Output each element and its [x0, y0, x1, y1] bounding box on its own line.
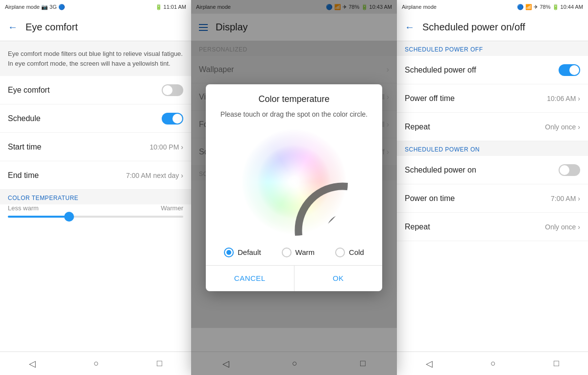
schedule-toggle-row[interactable]: Schedule — [0, 104, 191, 133]
power-off-repeat-row[interactable]: Repeat Only once › — [397, 113, 588, 141]
status-bar-right: Airplane mode 🔵 📶 ✈ 78% 🔋 10:44 AM — [397, 0, 588, 14]
home-nav-icon[interactable]: ○ — [94, 358, 99, 369]
start-time-row[interactable]: Start time 10:00 PM › — [0, 133, 191, 161]
wifi-icon-right: 🔵 — [517, 4, 524, 10]
back-nav-icon-right[interactable]: ◁ — [426, 358, 433, 369]
signal-icon-right: 📶 — [525, 4, 532, 10]
radio-options-group: Default Warm Cold — [206, 244, 382, 265]
scheduled-power-on-toggle[interactable] — [559, 164, 580, 176]
power-on-time-row[interactable]: Power on time 7:00 AM › — [397, 184, 588, 213]
description-text: Eye comfort mode filters out blue light … — [8, 50, 183, 67]
power-on-time-value: 7:00 AM › — [551, 195, 580, 202]
chevron-right-icon: › — [578, 123, 580, 131]
scheduled-power-off-label: Scheduled power off — [405, 66, 476, 75]
slider-track[interactable] — [8, 216, 183, 218]
nav-bar-right: ◁ ○ □ — [397, 351, 588, 375]
power-on-repeat-value: Only once › — [545, 223, 580, 231]
status-left-right: Airplane mode — [402, 4, 437, 10]
power-off-repeat-label: Repeat — [405, 123, 430, 131]
power-off-time-label: Power off time — [405, 94, 455, 103]
cancel-button[interactable]: CANCEL — [206, 266, 294, 291]
eye-comfort-label: Eye comfort — [8, 86, 49, 95]
airplane-icon-right: ✈ — [534, 4, 538, 10]
left-panel: Airplane mode 📷 3G 🔵 🔋 11:01 AM ← Eye co… — [0, 0, 191, 375]
status-bar-left: Airplane mode 📷 3G 🔵 🔋 11:01 AM — [0, 0, 191, 14]
dialog-backdrop: Color temperature Please touch or drag t… — [191, 0, 397, 375]
power-off-time-row[interactable]: Power off time 10:06 AM › — [397, 84, 588, 113]
power-off-time-value: 10:06 AM › — [547, 95, 580, 102]
color-wheel[interactable] — [240, 128, 348, 236]
slider-label-right: Warmer — [161, 204, 183, 212]
start-time-value: 10:00 PM › — [149, 143, 183, 151]
radio-warm-label: Warm — [295, 248, 315, 256]
slider-label-left: Less warm — [8, 204, 39, 212]
middle-panel: Airplane mode 🔵 📶 ✈ 78% 🔋 10:43 AM Displ… — [191, 0, 397, 375]
scheduled-power-off-toggle-row[interactable]: Scheduled power off — [397, 56, 588, 84]
end-time-value: 7:00 AM next day › — [126, 172, 183, 179]
radio-default-label: Default — [238, 248, 261, 256]
time-display-left: 11:01 AM — [164, 4, 186, 10]
ok-button[interactable]: OK — [294, 266, 383, 291]
status-right-right: 🔵 📶 ✈ 78% 🔋 10:44 AM — [517, 4, 583, 10]
color-wheel-canvas[interactable] — [240, 128, 348, 236]
end-time-label: End time — [8, 171, 39, 180]
scheduled-power-on-toggle-row[interactable]: Scheduled power on — [397, 156, 588, 184]
header-left: ← Eye comfort — [0, 14, 191, 41]
power-on-repeat-label: Repeat — [405, 223, 430, 231]
radio-default[interactable]: Default — [224, 248, 261, 257]
recents-nav-icon-right[interactable]: □ — [554, 358, 559, 369]
scheduled-power-off-section: SCHEDULED POWER OFF — [397, 41, 588, 56]
schedule-toggle[interactable] — [162, 113, 183, 125]
radio-cold-label: Cold — [349, 248, 364, 256]
power-on-repeat-row[interactable]: Repeat Only once › — [397, 213, 588, 241]
chevron-right-icon: › — [578, 195, 580, 202]
color-temp-section-header: COLOR TEMPERATURE — [0, 190, 191, 204]
nav-bar-left: ◁ ○ □ — [0, 351, 191, 375]
slider-thumb[interactable] — [64, 212, 74, 222]
chevron-right-icon: › — [578, 223, 580, 231]
radio-warm[interactable]: Warm — [282, 248, 315, 257]
slider-labels: Less warm Warmer — [8, 204, 183, 212]
airplane-mode-label: Airplane mode 📷 3G 🔵 — [5, 4, 65, 10]
dialog-subtitle: Please touch or drag the spot on the col… — [206, 108, 382, 124]
recents-nav-icon[interactable]: □ — [157, 358, 162, 369]
slider-fill — [8, 216, 69, 218]
radio-circle-warm[interactable] — [282, 248, 292, 257]
scheduled-power-on-section: SCHEDULED POWER ON — [397, 141, 588, 156]
schedule-label: Schedule — [8, 114, 41, 123]
chevron-right-icon: › — [181, 143, 183, 151]
scheduled-power-off-toggle[interactable] — [559, 64, 580, 76]
scheduled-power-on-label: Scheduled power on — [405, 166, 476, 175]
battery-icon: 🔋 — [155, 4, 162, 10]
power-off-repeat-value: Only once › — [545, 123, 580, 131]
dialog-button-row: CANCEL OK — [206, 266, 382, 291]
time-right: 10:44 AM — [561, 4, 583, 10]
svg-point-1 — [330, 218, 348, 236]
radio-circle-cold[interactable] — [335, 248, 345, 257]
home-nav-icon-right[interactable]: ○ — [490, 358, 496, 369]
right-panel: Airplane mode 🔵 📶 ✈ 78% 🔋 10:44 AM ← Sch… — [397, 0, 588, 375]
radio-circle-default[interactable] — [224, 248, 234, 257]
chevron-right-icon: › — [578, 95, 580, 102]
back-button-left[interactable]: ← — [8, 22, 18, 33]
status-right-time: 🔋 11:01 AM — [155, 4, 186, 10]
end-time-row[interactable]: End time 7:00 AM next day › — [0, 161, 191, 190]
header-right: ← Scheduled power on/off — [397, 14, 588, 41]
battery-pct-right: 78% — [539, 4, 550, 10]
airplane-label-right: Airplane mode — [402, 4, 437, 10]
eye-comfort-toggle[interactable] — [162, 84, 183, 96]
back-button-right[interactable]: ← — [405, 22, 415, 33]
dialog-title: Color temperature — [206, 84, 382, 108]
radio-cold[interactable]: Cold — [335, 248, 364, 257]
color-temp-slider-area: Less warm Warmer — [0, 204, 191, 224]
chevron-right-icon: › — [181, 172, 183, 179]
status-left-icons: Airplane mode 📷 3G 🔵 — [5, 4, 65, 10]
page-title-left: Eye comfort — [25, 22, 78, 33]
battery-icon-right: 🔋 — [552, 4, 559, 10]
back-nav-icon[interactable]: ◁ — [29, 358, 36, 369]
color-wheel-container — [206, 124, 382, 244]
start-time-label: Start time — [8, 143, 41, 151]
eye-comfort-toggle-row[interactable]: Eye comfort — [0, 76, 191, 104]
color-temperature-dialog: Color temperature Please touch or drag t… — [206, 84, 382, 291]
page-title-right: Scheduled power on/off — [422, 22, 525, 33]
